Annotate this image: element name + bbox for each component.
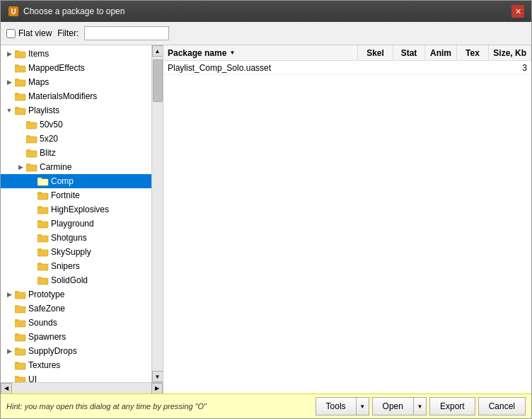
hscroll-left-btn[interactable]: ◀ [1,383,12,394]
tree-hscrollbar[interactable]: ◀ ▶ [1,382,163,394]
tree-item-textures[interactable]: Textures [1,358,151,372]
tree-item-fortnite[interactable]: Fortnite [1,188,151,202]
flat-view-label[interactable]: Flat view [6,28,52,38]
tree-label-items: Items [28,49,49,59]
tree-label-supplydrops: SupplyDrops [28,346,77,356]
tree-label-50v50: 50v50 [40,120,63,130]
svg-rect-30 [37,178,42,180]
folder-icon-playlists [15,105,26,115]
tree-item-blitz[interactable]: Blitz [1,146,151,160]
tree-item-supplydrops[interactable]: SupplyDrops [1,344,151,358]
tree-item-playlists[interactable]: Playlists [1,103,151,117]
folder-icon-textures [15,360,26,370]
tree-label-playground: Playground [51,219,94,229]
tree-label-carmine: Carmine [40,162,71,172]
tree-item-sounds[interactable]: Sounds [1,316,151,330]
svg-rect-66 [15,348,19,350]
tree-item-highexplosives[interactable]: HighExplosives [1,202,151,217]
svg-rect-18 [26,121,30,123]
folder-icon-blitz [26,148,37,158]
expand-arrow-maps[interactable] [4,75,15,89]
vscroll-track[interactable] [152,57,163,371]
tree-item-materialsmodifiers[interactable]: MaterialsModifiers [1,89,151,103]
folder-icon-50v50 [26,120,37,130]
tree-item-prototype[interactable]: Prototype [1,287,151,302]
filter-label: Filter: [57,28,79,38]
tree-label-safezone: SafeZone [28,304,65,314]
tree-item-50v50[interactable]: 50v50 [1,117,151,132]
svg-rect-12 [15,93,19,95]
open-button[interactable]: Open [372,397,414,415]
tree-item-spawners[interactable]: Spawners [1,330,151,344]
content-area: Items MappedEffects [1,45,531,394]
tree-label-blitz: Blitz [40,148,56,158]
tree-item-playground[interactable]: Playground [1,217,151,231]
tree-label-sounds: Sounds [28,318,57,328]
hscroll-track[interactable] [12,383,151,394]
svg-rect-35 [37,207,48,214]
tree-label-comp: Comp [51,176,74,186]
svg-rect-29 [37,179,48,185]
tree-item-ui[interactable]: UI [1,372,151,382]
cancel-button[interactable]: Cancel [478,397,526,415]
expand-arrow-carmine[interactable] [15,160,26,174]
tree-item-items[interactable]: Items [1,47,151,61]
tree-item-maps[interactable]: Maps [1,75,151,89]
filter-input[interactable] [84,26,169,40]
table-row[interactable]: Playlist_Comp_Solo.uasset 3 [163,61,531,75]
col-header-package[interactable]: Package name [163,45,358,60]
vscroll-down-btn[interactable]: ▼ [152,371,163,382]
app-icon: U [8,6,19,17]
col-header-size[interactable]: Size, Kb [489,45,531,60]
tree-item-mappedeffects[interactable]: MappedEffects [1,61,151,75]
tree-item-solidgold[interactable]: SolidGold [1,273,151,287]
tree-item-safezone[interactable]: SafeZone [1,302,151,316]
expand-arrow-items[interactable] [4,47,15,61]
tree-label-fortnite: Fortnite [51,190,80,200]
file-cell-size: 3 [489,62,531,74]
tree-items: Items MappedEffects [1,45,151,382]
tree-label-shotguns: Shotguns [51,233,87,243]
expand-arrow-prototype[interactable] [4,287,15,302]
file-cell-anim [425,67,457,69]
folder-icon-solidgold [37,275,49,285]
tree-item-carmine[interactable]: Carmine [1,160,151,174]
export-button[interactable]: Export [429,397,475,415]
col-header-skel[interactable]: Skel [358,45,393,60]
flat-view-checkbox[interactable] [6,29,16,38]
folder-icon-ui [15,374,26,382]
hscroll-right-btn[interactable]: ▶ [151,383,163,394]
folder-icon-sounds [15,318,26,328]
tools-btn-group: Tools ▼ [316,397,369,415]
tools-dropdown-button[interactable]: ▼ [357,397,369,415]
folder-icon-mappedeffects [15,63,26,73]
tree-label-skysupply: SkySupply [51,247,91,257]
tree-label-textures: Textures [28,360,60,370]
svg-rect-60 [15,319,19,321]
tree-label-materialsmodifiers: MaterialsModifiers [28,91,97,101]
tree-item-skysupply[interactable]: SkySupply [1,245,151,259]
folder-icon-highexplosives [37,205,49,214]
tree-label-ui: UI [28,374,37,382]
expand-arrow-playlists[interactable] [4,103,15,117]
tree-item-snipers[interactable]: Snipers [1,259,151,273]
open-dropdown-button[interactable]: ▼ [414,397,427,415]
tools-button[interactable]: Tools [316,397,357,415]
tree-vscrollbar[interactable]: ▲ ▼ [151,45,163,382]
svg-rect-56 [15,306,25,313]
svg-rect-63 [15,333,19,335]
tree-item-shotguns[interactable]: Shotguns [1,231,151,245]
svg-rect-5 [15,66,25,72]
col-header-stat[interactable]: Stat [393,45,425,60]
vscroll-thumb[interactable] [153,59,163,102]
folder-icon-fortnite [37,190,49,200]
col-header-anim[interactable]: Anim [425,45,457,60]
col-header-tex[interactable]: Tex [457,45,489,60]
tree-item-5x20[interactable]: 5x20 [1,132,151,146]
expand-arrow-supplydrops[interactable] [4,344,15,358]
tree-item-comp[interactable]: Comp [1,174,151,188]
close-button[interactable]: ✕ [511,5,524,18]
dialog-title: Choose a package to open [23,6,125,16]
vscroll-up-btn[interactable]: ▲ [152,45,163,57]
svg-rect-41 [37,236,48,242]
